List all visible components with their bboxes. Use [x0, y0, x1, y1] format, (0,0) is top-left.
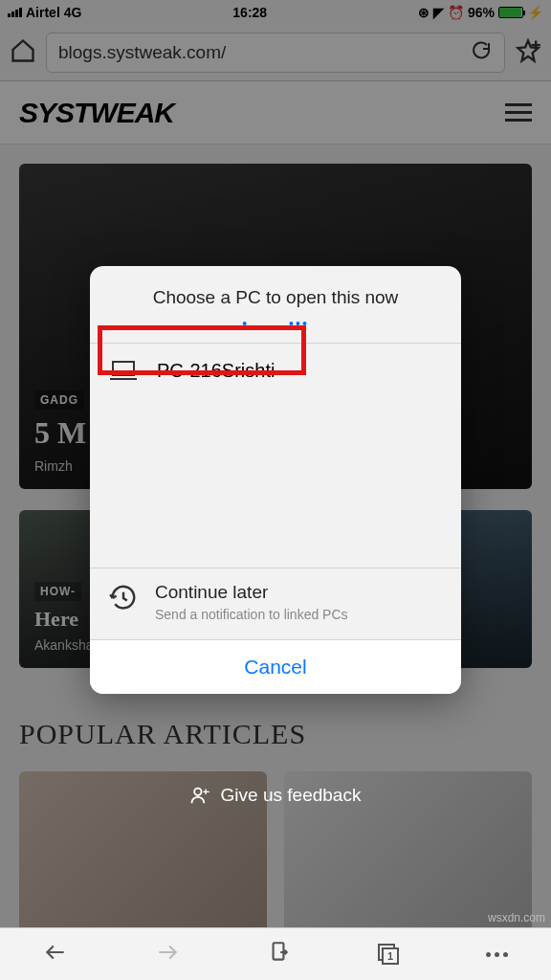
pc-option[interactable]: PC-216Srishti	[90, 344, 461, 397]
svg-rect-4	[113, 362, 134, 375]
continue-later-option[interactable]: Continue later Send a notification to li…	[90, 568, 461, 639]
modal-title: Choose a PC to open this now	[90, 266, 461, 316]
page-indicator: ••••	[90, 316, 461, 343]
tab-count: 1	[382, 947, 399, 965]
continue-later-label: Continue later	[155, 582, 348, 603]
pc-name: PC-216Srishti	[157, 360, 275, 382]
history-icon	[109, 584, 138, 612]
watermark: wsxdn.com	[488, 911, 545, 924]
forward-button[interactable]	[155, 940, 180, 969]
tabs-button[interactable]: 1	[378, 944, 399, 965]
feedback-button[interactable]: Give us feedback	[190, 785, 362, 806]
bottom-toolbar: 1	[0, 927, 551, 980]
svg-rect-3	[274, 943, 284, 959]
back-button[interactable]	[43, 940, 68, 969]
svg-point-2	[194, 789, 201, 795]
choose-pc-modal: Choose a PC to open this now •••• PC-216…	[90, 266, 461, 694]
feedback-label: Give us feedback	[221, 785, 362, 806]
more-button[interactable]	[486, 952, 508, 957]
laptop-icon	[109, 359, 138, 382]
cancel-button[interactable]: Cancel	[90, 639, 461, 694]
share-button[interactable]	[266, 940, 291, 969]
continue-later-sub: Send a notification to linked PCs	[155, 607, 348, 622]
